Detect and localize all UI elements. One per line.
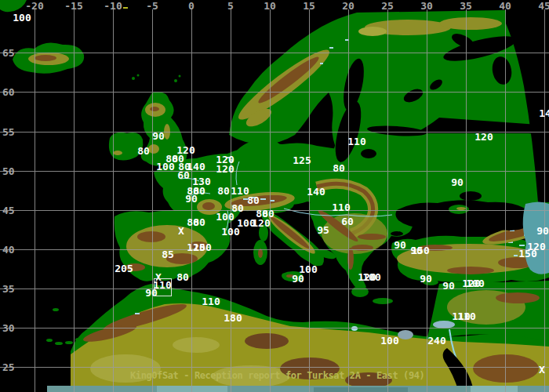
selection-box	[154, 278, 172, 296]
map-title: KingOfSat - Reception report for Turksat…	[130, 370, 424, 381]
satellite-position-dash	[123, 7, 128, 9]
reception-map-screen: -20-15-10-5051015202530354045 6560555045…	[0, 0, 549, 392]
europe-map-canvas	[0, 0, 549, 392]
